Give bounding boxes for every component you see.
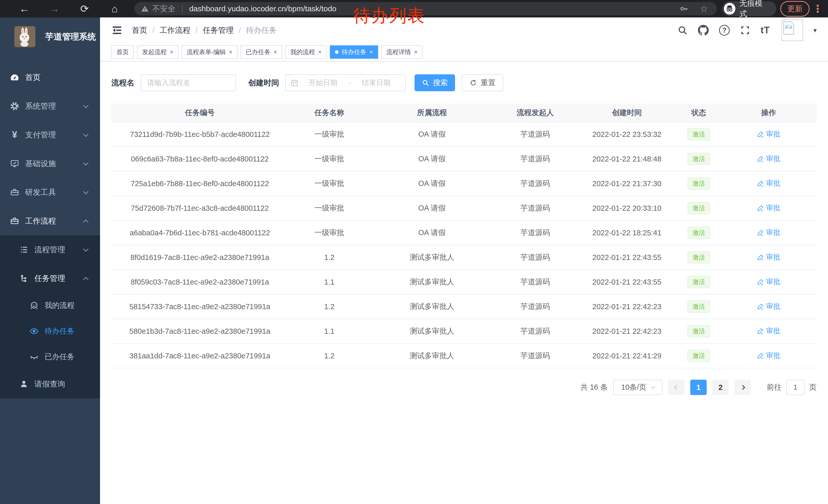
gear-icon xyxy=(9,101,20,111)
sidebar-item-leave-query[interactable]: 请假查询 xyxy=(0,370,100,398)
tab-start-process[interactable]: 发起流程 × xyxy=(137,45,178,59)
col-task-id: 任务编号 xyxy=(111,103,288,122)
approve-link[interactable]: 审批 xyxy=(757,129,781,139)
sidebar-item-home[interactable]: 首页 xyxy=(0,63,100,92)
table-row: a6aba0a4-7b6d-11ec-b781-acde48001122 一级审… xyxy=(111,221,817,245)
key-icon[interactable] xyxy=(679,4,689,13)
sidebar-item-task-management[interactable]: 任务管理 xyxy=(0,264,100,293)
sidebar-item-process-management[interactable]: 流程管理 xyxy=(0,235,100,264)
reset-button[interactable]: 重置 xyxy=(462,74,503,91)
search-button[interactable]: 搜索 xyxy=(415,74,455,91)
tab-done-tasks[interactable]: 已办任务 × xyxy=(241,45,282,59)
chevron-down-icon xyxy=(83,246,88,251)
tab-process-detail[interactable]: 流程详情 × xyxy=(381,45,423,59)
address-bar[interactable]: 不安全 dashboard.yudao.iocoder.cn/bpm/task/… xyxy=(134,2,717,15)
sidebar-item-workflow[interactable]: 工作流程 xyxy=(0,207,100,235)
logo-rabbit-image xyxy=(14,26,35,47)
sidebar-item-done-tasks[interactable]: 已办任务 xyxy=(0,344,100,370)
chevron-down-icon xyxy=(83,160,88,165)
table-row: 75d72608-7b7f-11ec-a3c8-acde48001122 一级审… xyxy=(111,196,817,221)
close-icon[interactable]: × xyxy=(318,49,322,55)
incognito-badge: 无痕模式 xyxy=(722,1,776,16)
sidebar: 芋道管理系统 首页 系统管理 ¥ 支付管理 xyxy=(0,17,100,504)
goto-page-input[interactable] xyxy=(786,380,805,395)
sidebar-item-my-process[interactable]: 我的流程 xyxy=(0,293,100,318)
end-date-placeholder[interactable]: 结束日期 xyxy=(352,78,401,88)
status-badge: 激活 xyxy=(688,276,710,288)
security-label[interactable]: 不安全 xyxy=(152,4,175,14)
tab-todo-tasks[interactable]: 待办任务 × xyxy=(330,45,378,59)
task-table: 任务编号 任务名称 所属流程 流程发起人 创建时间 状态 操作 73211d9d… xyxy=(111,103,817,368)
github-icon[interactable] xyxy=(698,25,709,36)
browser-forward-icon[interactable]: → xyxy=(39,0,69,17)
bookmark-star-icon[interactable]: ☆ xyxy=(700,3,708,14)
font-size-icon[interactable]: tT xyxy=(760,25,770,36)
sidebar-item-infrastructure[interactable]: 基础设施 xyxy=(0,149,100,178)
col-created: 创建时间 xyxy=(577,103,677,122)
close-icon[interactable]: × xyxy=(369,49,373,55)
status-badge: 激活 xyxy=(688,350,710,362)
close-icon[interactable]: × xyxy=(170,49,173,55)
divider xyxy=(182,5,182,13)
chevron-up-icon xyxy=(83,219,88,225)
fullscreen-icon[interactable] xyxy=(740,25,750,35)
incognito-label: 无痕模式 xyxy=(740,0,770,19)
approve-link[interactable]: 审批 xyxy=(757,203,781,213)
sidebar-item-dev-tools[interactable]: 研发工具 xyxy=(0,178,100,207)
prev-page-button[interactable] xyxy=(668,380,685,395)
sidebar-item-payment[interactable]: ¥ 支付管理 xyxy=(0,121,100,149)
yen-icon: ¥ xyxy=(9,130,20,140)
table-row: 8f0d1619-7ac8-11ec-a9e2-a2380e71991a 1.2… xyxy=(111,245,817,270)
status-badge: 激活 xyxy=(688,202,710,214)
briefcase-icon xyxy=(9,216,20,226)
date-range-picker[interactable]: 开始日期 - 结束日期 xyxy=(285,74,406,91)
sidebar-fold-icon[interactable] xyxy=(111,25,123,36)
start-date-placeholder[interactable]: 开始日期 xyxy=(299,78,347,88)
approve-link[interactable]: 审批 xyxy=(757,326,781,336)
col-process: 所属流程 xyxy=(370,103,494,122)
close-icon[interactable]: × xyxy=(229,49,233,55)
browser-home-icon[interactable]: ⌂ xyxy=(99,0,129,17)
tab-my-process[interactable]: 我的流程 × xyxy=(285,45,327,59)
page-button-1[interactable]: 1 xyxy=(690,380,707,395)
approve-link[interactable]: 审批 xyxy=(757,252,781,262)
approve-link[interactable]: 审批 xyxy=(757,351,781,360)
url-text[interactable]: dashboard.yudao.iocoder.cn/bpm/task/todo xyxy=(189,4,679,13)
breadcrumb-workflow[interactable]: 工作流程 xyxy=(160,25,190,36)
warning-icon xyxy=(141,5,149,12)
tab-process-form-edit[interactable]: 流程表单-编辑 × xyxy=(181,45,238,59)
approve-link[interactable]: 审批 xyxy=(757,154,781,164)
monitor-icon xyxy=(9,159,20,168)
table-row: 8f059c03-7ac8-11ec-a9e2-a2380e71991a 1.1… xyxy=(111,270,817,294)
avatar[interactable] xyxy=(782,19,803,41)
chevron-right-icon xyxy=(740,385,745,390)
incognito-icon xyxy=(724,3,735,15)
close-icon[interactable]: × xyxy=(414,49,418,55)
approve-link[interactable]: 审批 xyxy=(757,228,781,237)
process-name-label: 流程名 xyxy=(111,78,134,88)
help-icon[interactable]: ? xyxy=(719,25,730,36)
sidebar-item-todo-tasks[interactable]: 待办任务 xyxy=(0,318,100,344)
close-icon[interactable]: × xyxy=(274,49,277,55)
breadcrumb-task-management[interactable]: 任务管理 xyxy=(203,25,234,36)
sidebar-item-system[interactable]: 系统管理 xyxy=(0,92,100,121)
page-button-2[interactable]: 2 xyxy=(712,380,729,395)
browser-back-icon[interactable]: ← xyxy=(9,0,39,17)
filter-bar: 流程名 创建时间 开始日期 - 结束日期 搜索 xyxy=(111,74,817,91)
annotation-text: 待办列表 xyxy=(353,4,425,28)
next-page-button[interactable] xyxy=(734,380,751,395)
breadcrumb-home[interactable]: 首页 xyxy=(132,25,147,36)
browser-menu-icon[interactable]: ⋮ xyxy=(813,1,823,16)
approve-link[interactable]: 审批 xyxy=(757,178,781,188)
update-button[interactable]: 更新 xyxy=(780,1,810,17)
status-badge: 激活 xyxy=(688,227,710,239)
process-name-input[interactable] xyxy=(140,74,236,91)
tab-home[interactable]: 首页 xyxy=(111,45,134,59)
approve-link[interactable]: 审批 xyxy=(757,277,781,287)
page-size-select[interactable]: 10条/页 xyxy=(613,380,663,395)
search-icon[interactable] xyxy=(677,25,688,35)
toolbox-icon xyxy=(9,188,20,197)
browser-reload-icon[interactable]: ⟳ xyxy=(70,0,99,17)
avatar-caret-icon[interactable]: ▾ xyxy=(813,27,817,34)
approve-link[interactable]: 审批 xyxy=(757,302,781,311)
